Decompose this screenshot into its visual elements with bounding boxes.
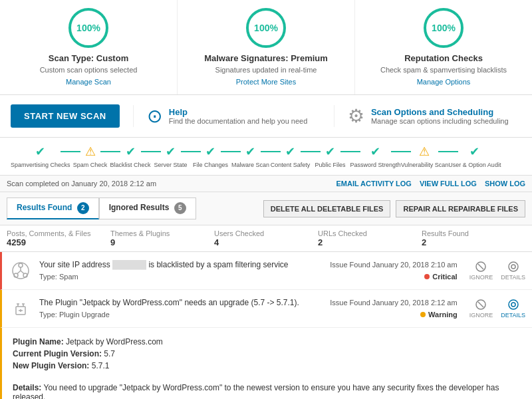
scan-progress: ✔Spamvertising Checks⚠Spam Check✔Blackli… bbox=[0, 138, 532, 176]
result-1-meta: Issue Found January 20, 2018 2:10 am Cri… bbox=[330, 261, 457, 281]
result-item-1: Your site IP address ██████ is blacklist… bbox=[0, 252, 532, 290]
gear-icon: ⚙ bbox=[348, 105, 364, 127]
progress-label: Blacklist Check bbox=[110, 162, 151, 168]
plugin-name-row: Plugin Name: Jetpack by WordPress.com bbox=[13, 337, 521, 346]
ignore-button-2[interactable]: IGNORE bbox=[469, 299, 493, 319]
progress-item-8: ✔Password Strength bbox=[350, 144, 401, 168]
progress-label: Server State bbox=[154, 162, 188, 168]
result-2-date: Issue Found January 20, 2018 2:12 am bbox=[330, 299, 457, 307]
scan-type-circle: 100% bbox=[68, 8, 108, 48]
plugin-name-label: Plugin Name: bbox=[13, 337, 64, 346]
scan-options-desc: Manage scan options including scheduling bbox=[371, 117, 509, 125]
detail-panel: Plugin Name: Jetpack by WordPress.com Cu… bbox=[0, 328, 532, 399]
ignore-label-1: IGNORE bbox=[469, 274, 493, 281]
progress-label: Password Strength bbox=[350, 162, 401, 168]
details-label-1: DETAILS bbox=[501, 274, 525, 281]
result-1-severity-label: Critical bbox=[432, 273, 457, 281]
checkmark-icon: ✔ bbox=[370, 144, 380, 159]
stat-themes: Themes & Plugins 9 bbox=[110, 229, 214, 247]
stat-cards: 100% Scan Type: Custom Custom scan optio… bbox=[0, 0, 532, 95]
progress-label: File Changes bbox=[193, 162, 228, 168]
email-activity-log-link[interactable]: EMAIL ACTIVITY LOG bbox=[336, 180, 411, 188]
result-1-actions: IGNORE DETAILS bbox=[469, 261, 525, 281]
checkmark-icon: ✔ bbox=[126, 144, 136, 159]
result-2-description: The Plugin "Jetpack by WordPress.com" ne… bbox=[39, 298, 323, 307]
warning-icon: ⚠ bbox=[85, 144, 96, 159]
scan-options-title[interactable]: Scan Options and Scheduling bbox=[371, 107, 509, 117]
checkmark-icon: ✔ bbox=[285, 144, 295, 159]
result-2-type: Type: Plugin Upgrade bbox=[39, 311, 110, 319]
tab-results-found[interactable]: Results Found 2 bbox=[7, 198, 99, 219]
ignored-results-label: Ignored Results bbox=[109, 203, 170, 212]
checkmark-icon: ✔ bbox=[469, 144, 479, 159]
checkmark-icon: ✔ bbox=[205, 144, 215, 159]
reputation-link[interactable]: Manage Options bbox=[417, 78, 471, 86]
details-button-2[interactable]: DETAILS bbox=[501, 299, 525, 319]
scan-options-section: ⚙ Scan Options and Scheduling Manage sca… bbox=[334, 105, 521, 127]
start-new-scan-button[interactable]: START NEW SCAN bbox=[11, 104, 120, 128]
repair-all-button[interactable]: REPAIR ALL REPAIRABLE FILES bbox=[396, 200, 525, 217]
result-1-severity: Critical bbox=[424, 273, 457, 281]
scan-completed-text: Scan completed on January 20, 2018 2:12 … bbox=[7, 180, 156, 188]
progress-item-5: ✔Malware Scan bbox=[231, 144, 271, 168]
results-value: 2 bbox=[422, 237, 525, 247]
scan-options-text: Scan Options and Scheduling Manage scan … bbox=[371, 107, 509, 125]
result-1-description: Your site IP address ██████ is blacklist… bbox=[39, 260, 323, 269]
help-desc: Find the documentation and help you need bbox=[169, 117, 308, 125]
malware-circle: 100% bbox=[246, 8, 286, 48]
progress-label: User & Option Audit bbox=[448, 162, 501, 168]
details-label: Details: bbox=[13, 383, 41, 392]
urls-label: URLs Checked bbox=[318, 229, 422, 237]
help-text: Help Find the documentation and help you… bbox=[169, 107, 308, 125]
progress-label: Public Files bbox=[315, 162, 346, 168]
checkmark-icon: ✔ bbox=[35, 144, 45, 159]
reputation-circle: 100% bbox=[424, 8, 464, 48]
delete-all-button[interactable]: DELETE ALL DELETABLE FILES bbox=[263, 200, 391, 217]
help-title[interactable]: Help bbox=[169, 107, 308, 117]
scan-type-desc: Custom scan options selected bbox=[7, 66, 170, 74]
svg-point-20 bbox=[509, 300, 518, 309]
progress-label: Spam Check bbox=[73, 162, 108, 168]
stats-row: Posts, Comments, & Files 4259 Themes & P… bbox=[0, 225, 532, 252]
progress-item-2: ✔Blacklist Check bbox=[110, 144, 151, 168]
svg-point-10 bbox=[511, 265, 515, 269]
result-item-2: The Plugin "Jetpack by WordPress.com" ne… bbox=[0, 290, 532, 328]
stat-users: Users Checked 4 bbox=[214, 229, 318, 247]
posts-label: Posts, Comments, & Files bbox=[7, 229, 110, 237]
malware-desc: Signatures updated in real-time bbox=[184, 66, 348, 74]
details-text: You need to upgrade "Jetpack by WordPres… bbox=[13, 383, 499, 399]
result-2-actions: IGNORE DETAILS bbox=[469, 299, 525, 319]
progress-item-6: ✔Content Safety bbox=[271, 144, 311, 168]
current-version-row: Current Plugin Version: 5.7 bbox=[13, 349, 521, 358]
svg-line-6 bbox=[21, 271, 25, 274]
scan-type-link[interactable]: Manage Scan bbox=[66, 78, 111, 86]
themes-value: 9 bbox=[110, 237, 214, 247]
stat-card-malware: 100% Malware Signatures: Premium Signatu… bbox=[178, 0, 355, 94]
view-full-log-link[interactable]: VIEW FULL LOG bbox=[420, 180, 477, 188]
posts-value: 4259 bbox=[7, 237, 110, 247]
result-1-date: Issue Found January 20, 2018 2:10 am bbox=[330, 261, 457, 269]
progress-item-10: ✔User & Option Audit bbox=[448, 144, 501, 168]
plugin-name-value: Jetpack by WordPress.com bbox=[66, 337, 163, 346]
warning-dot bbox=[420, 312, 426, 317]
result-2-meta: Issue Found January 20, 2018 2:12 am War… bbox=[330, 299, 457, 319]
details-row: Details: You need to upgrade "Jetpack by… bbox=[13, 383, 521, 399]
progress-item-0: ✔Spamvertising Checks bbox=[11, 144, 70, 168]
details-button-1[interactable]: DETAILS bbox=[501, 261, 525, 281]
progress-label: Spamvertising Checks bbox=[11, 162, 70, 168]
malware-link[interactable]: Protect More Sites bbox=[236, 78, 296, 86]
stat-card-scan-type: 100% Scan Type: Custom Custom scan optio… bbox=[0, 0, 178, 94]
new-version-label: New Plugin Version: bbox=[13, 361, 89, 370]
tabs-row: Results Found 2 Ignored Results 5 DELETE… bbox=[0, 192, 532, 225]
ignored-results-badge: 5 bbox=[174, 202, 186, 214]
tab-ignored-results[interactable]: Ignored Results 5 bbox=[99, 198, 196, 219]
themes-label: Themes & Plugins bbox=[110, 229, 214, 237]
action-buttons: DELETE ALL DELETABLE FILES REPAIR ALL RE… bbox=[263, 200, 525, 217]
show-log-link[interactable]: SHOW LOG bbox=[485, 180, 525, 188]
progress-label: Vulnerability Scan bbox=[401, 162, 449, 168]
svg-point-9 bbox=[509, 262, 518, 271]
stat-posts: Posts, Comments, & Files 4259 bbox=[7, 229, 110, 247]
results-found-label: Results Found bbox=[17, 203, 72, 212]
users-value: 4 bbox=[214, 237, 318, 247]
ignore-button-1[interactable]: IGNORE bbox=[469, 261, 493, 281]
